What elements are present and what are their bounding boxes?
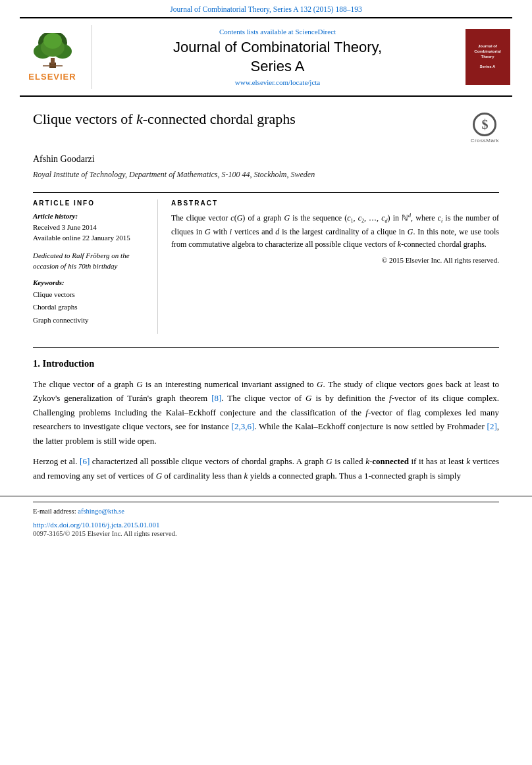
article-info: ARTICLE INFO Article history: Received 3… — [33, 199, 158, 334]
footnote-area: E-mail address: afshingo@kth.se http://d… — [0, 496, 532, 537]
citation-text: Journal of Combinatorial Theory, Series … — [170, 5, 361, 13]
journal-header: ELSEVIER Contents lists available at Sci… — [20, 17, 512, 97]
section-1-heading: 1. Introduction — [33, 358, 499, 369]
elsevier-logo: ELSEVIER — [20, 25, 92, 89]
title-area: Clique vectors of k-connected chordal gr… — [33, 110, 499, 144]
abstract-title: ABSTRACT — [171, 199, 499, 207]
journal-center: Contents lists available at ScienceDirec… — [99, 25, 456, 89]
journal-title: Journal of Combinatorial Theory, Series … — [105, 38, 450, 76]
keywords-label: Keywords: — [33, 278, 149, 286]
keyword-3: Graph connectivity — [33, 314, 149, 327]
received-date: Received 3 June 2014 — [33, 222, 149, 233]
ref-8[interactable]: [8] — [211, 393, 221, 403]
author-affiliation: Royal Institute of Technology, Departmen… — [33, 169, 499, 180]
dedication-text: Dedicated to Ralf Fröberg on the occasio… — [33, 250, 149, 272]
copyright-line: 0097-3165/© 2015 Elsevier Inc. All right… — [33, 530, 499, 537]
keyword-2: Chordal graphs — [33, 301, 149, 314]
cover-image: Journal ofCombinatorialTheorySeries A — [466, 29, 510, 85]
dedication: Dedicated to Ralf Fröberg on the occasio… — [33, 250, 149, 272]
email-label: E-mail address: — [33, 508, 76, 515]
ref-2[interactable]: [2] — [487, 421, 497, 431]
doi-line[interactable]: http://dx.doi.org/10.1016/j.jcta.2015.01… — [33, 521, 499, 529]
footnote-rule — [33, 502, 499, 502]
intro-paragraph-1: The clique vector of a graph G is an int… — [33, 377, 499, 448]
main-content: Clique vectors of k-connected chordal gr… — [0, 110, 532, 483]
article-title-row: Clique vectors of k-connected chordal gr… — [33, 110, 499, 144]
article-history: Article history: Received 3 June 2014 Av… — [33, 212, 149, 244]
email-footnote: E-mail address: afshingo@kth.se — [33, 506, 499, 517]
article-title-text: Clique vectors of k-connected chordal gr… — [33, 110, 458, 129]
email-address[interactable]: afshingo@kth.se — [78, 508, 124, 515]
abstract-text: The clique vector c(G) of a graph G is t… — [171, 212, 499, 251]
section-divider — [33, 347, 499, 348]
article-info-title: ARTICLE INFO — [33, 199, 149, 207]
keyword-1: Clique vectors — [33, 288, 149, 302]
sciencedirect-link[interactable]: ScienceDirect — [295, 28, 336, 36]
elsevier-tree-icon — [30, 33, 76, 69]
crossmark-label: CrossMark — [471, 138, 499, 144]
svg-rect-6 — [51, 58, 55, 65]
elsevier-label: ELSEVIER — [28, 72, 76, 82]
keywords-list: Clique vectors Chordal graphs Graph conn… — [33, 288, 149, 327]
page: Journal of Combinatorial Theory, Series … — [0, 0, 532, 765]
top-citation: Journal of Combinatorial Theory, Series … — [0, 0, 532, 17]
intro-paragraph-2: Herzog et al. [6] characterized all poss… — [33, 454, 499, 483]
keywords-section: Keywords: Clique vectors Chordal graphs … — [33, 278, 149, 327]
journal-url[interactable]: www.elsevier.com/locate/jcta — [105, 78, 450, 86]
ref-236[interactable]: [2,3,6] — [232, 421, 255, 431]
history-label: Article history: — [33, 212, 149, 220]
abstract-copyright: © 2015 Elsevier Inc. All rights reserved… — [171, 256, 499, 264]
available-date: Available online 22 January 2015 — [33, 232, 149, 244]
journal-cover: Journal ofCombinatorialTheorySeries A — [463, 25, 512, 89]
info-abstract-row: ARTICLE INFO Article history: Received 3… — [33, 192, 499, 334]
cover-text: Journal ofCombinatorialTheorySeries A — [474, 44, 500, 70]
crossmark-badge: $ CrossMark — [471, 113, 499, 144]
svg-point-5 — [43, 33, 62, 49]
contents-note: Contents lists available at ScienceDirec… — [105, 28, 450, 36]
ref-6[interactable]: [6] — [80, 456, 90, 466]
abstract-section: ABSTRACT The clique vector c(G) of a gra… — [171, 199, 499, 334]
crossmark-icon: $ — [473, 113, 496, 136]
author-name: Afshin Goodarzi — [33, 154, 499, 165]
